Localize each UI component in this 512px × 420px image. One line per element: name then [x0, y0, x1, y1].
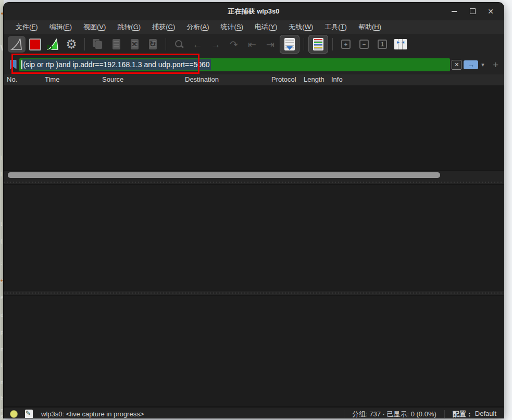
background-text-fragment: l	[1, 155, 2, 161]
reload-file-icon: ↻	[149, 39, 157, 49]
capture-status-text: wlp3s0: <live capture in progress>	[41, 410, 144, 418]
column-no[interactable]: No.	[7, 75, 17, 83]
menu-telephony[interactable]: 电话(Y)	[249, 21, 283, 33]
column-length[interactable]: Length	[304, 75, 324, 83]
expert-info-icon[interactable]	[10, 410, 18, 418]
horizontal-scrollbar[interactable]	[4, 170, 504, 180]
menu-wireless[interactable]: 无线(W)	[283, 21, 319, 33]
profile-value: Default	[475, 410, 496, 418]
menu-go[interactable]: 跳转(G)	[111, 21, 146, 33]
menu-file[interactable]: 文件(F)	[10, 21, 44, 33]
first-packet-icon: ⇤	[248, 40, 256, 49]
zoom-100-button[interactable]: 1	[373, 36, 391, 53]
resize-columns-icon: ▸◂	[394, 39, 407, 49]
profile-selector[interactable]: 配置： Default	[453, 410, 496, 418]
close-button[interactable]: ✕	[487, 8, 494, 15]
packet-list-pane[interactable]	[4, 86, 504, 170]
filter-dropdown-button[interactable]: ▾	[481, 61, 484, 68]
close-file-button[interactable]: ✕	[126, 36, 143, 53]
background-text-fragment: t	[1, 362, 2, 368]
forward-arrow-icon: →	[211, 40, 221, 49]
menu-tools[interactable]: 工具(T)	[319, 21, 353, 33]
scrollbar-thumb[interactable]	[8, 172, 440, 178]
maximize-button[interactable]	[469, 8, 476, 15]
last-packet-icon: ⇥	[266, 40, 274, 49]
column-destination[interactable]: Destination	[185, 75, 219, 83]
menu-help[interactable]: 帮助(H)	[353, 21, 387, 33]
back-arrow-icon: ←	[193, 40, 203, 49]
zoom-out-icon: −	[359, 40, 369, 49]
packet-bytes-pane[interactable]	[4, 295, 504, 406]
display-filter-bar: (sip or rtp )and ip.addr==192.168.1.3 an…	[4, 55, 504, 74]
minimize-button[interactable]	[451, 8, 458, 15]
reload-file-button[interactable]: ↻	[144, 36, 161, 53]
zoom-100-icon: 1	[378, 40, 387, 49]
go-last-packet-button[interactable]: ⇥	[261, 36, 279, 53]
zoom-out-button[interactable]: −	[355, 36, 373, 53]
apply-arrow-icon: →	[468, 61, 474, 68]
column-protocol[interactable]: Protocol	[271, 75, 296, 83]
background-text-fragment: (	[1, 238, 3, 244]
open-file-icon	[93, 39, 103, 49]
toolbar-separator	[84, 38, 85, 50]
background-text-fragment: s	[1, 414, 4, 419]
restart-capture-button[interactable]: ↻	[44, 36, 62, 53]
desktop-left-strip: Wlit(:pedpmtmbns	[0, 0, 4, 420]
menu-statistics[interactable]: 统计(S)	[215, 21, 249, 33]
statusbar-separator	[444, 410, 445, 418]
plus-icon: +	[493, 59, 498, 70]
save-file-button[interactable]	[107, 36, 125, 53]
pencil-icon: ✎	[26, 410, 31, 416]
capture-comment-icon[interactable]: ✎	[25, 410, 33, 418]
resize-columns-button[interactable]: ▸◂	[392, 36, 409, 53]
background-text-fragment: :	[1, 260, 2, 266]
bookmark-icon	[9, 60, 17, 69]
close-icon: ✕	[488, 7, 494, 16]
go-to-packet-button[interactable]: ↷	[225, 36, 243, 53]
filter-clear-button[interactable]: ✕	[452, 60, 461, 70]
shark-fin-icon	[10, 37, 23, 51]
menu-capture[interactable]: 捕获(C)	[146, 21, 181, 33]
find-packet-button[interactable]	[170, 36, 188, 53]
column-source[interactable]: Source	[102, 75, 123, 83]
gear-icon: ⚙	[66, 38, 77, 50]
go-first-packet-button[interactable]: ⇤	[243, 36, 261, 53]
menu-bar: 文件(F) 编辑(E) 视图(V) 跳转(G) 捕获(C) 分析(A) 统计(S…	[4, 20, 504, 34]
title-bar[interactable]: 正在捕获 wlp3s0 ✕	[4, 3, 504, 20]
start-capture-button[interactable]	[8, 36, 26, 53]
background-text-fragment: t	[1, 221, 2, 227]
zoom-in-icon: +	[341, 40, 351, 49]
menu-edit[interactable]: 编辑(E)	[44, 21, 78, 33]
chevron-down-icon: ▾	[481, 61, 484, 68]
column-time[interactable]: Time	[45, 75, 59, 83]
filter-input[interactable]: (sip or rtp )and ip.addr==192.168.1.3 an…	[19, 58, 450, 71]
go-back-button[interactable]: ←	[189, 36, 206, 53]
background-text-fragment: i	[1, 172, 2, 177]
packet-counts: 分组: 737 · 已显示: 0 (0.0%)	[352, 410, 436, 418]
wireshark-window: 正在捕获 wlp3s0 ✕ 文件(F) 编辑(E) 视图(V) 跳转(G) 捕获…	[4, 3, 504, 418]
toolbar-separator	[166, 38, 166, 50]
stop-capture-button[interactable]	[26, 36, 44, 53]
statusbar-separator	[344, 410, 344, 418]
go-forward-button[interactable]: →	[207, 36, 224, 53]
clear-icon: ✕	[454, 61, 459, 68]
menu-analyze[interactable]: 分析(A)	[181, 21, 215, 33]
packet-list-header: No. Time Source Destination Protocol Len…	[4, 74, 504, 86]
column-info[interactable]: Info	[331, 75, 343, 83]
zoom-in-button[interactable]: +	[337, 36, 355, 53]
add-filter-button[interactable]: +	[493, 60, 498, 70]
main-toolbar: ↻ ⚙ ✕ ↻ ← → ↷ ⇤ ⇥	[4, 34, 504, 55]
pane-splitter[interactable]	[4, 180, 504, 184]
packet-details-pane[interactable]	[4, 184, 504, 291]
filter-apply-button[interactable]: →	[464, 60, 478, 69]
open-file-button[interactable]	[89, 36, 107, 53]
filter-bookmark-button[interactable]	[7, 58, 19, 71]
close-file-icon: ✕	[131, 39, 139, 49]
pane-splitter[interactable]	[4, 291, 504, 295]
maximize-icon	[470, 8, 476, 14]
menu-view[interactable]: 视图(V)	[78, 21, 111, 33]
desktop-artifact-dot	[1, 279, 3, 282]
capture-options-button[interactable]: ⚙	[63, 36, 80, 53]
auto-scroll-toggle[interactable]	[280, 35, 299, 54]
colorize-toggle[interactable]	[308, 35, 328, 54]
